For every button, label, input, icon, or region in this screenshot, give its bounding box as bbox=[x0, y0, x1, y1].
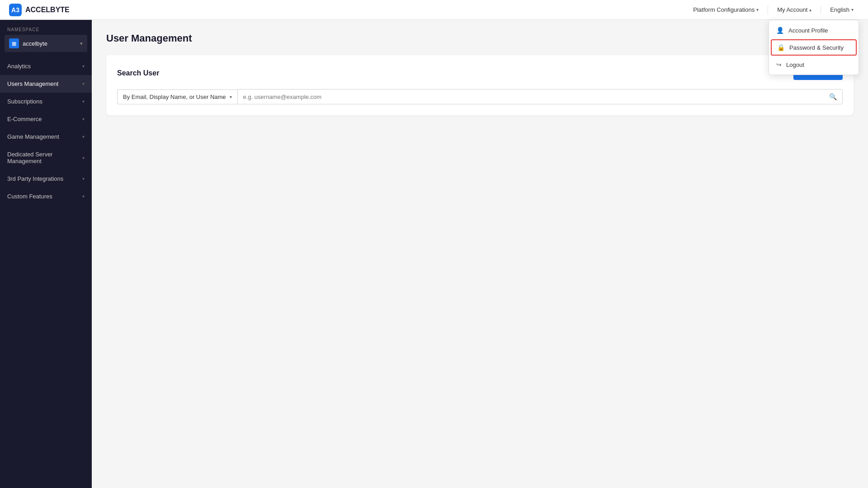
game-management-chevron-icon: ▾ bbox=[82, 134, 85, 139]
account-profile-item[interactable]: 👤 Account Profile bbox=[769, 22, 859, 38]
password-security-item[interactable]: 🔒 Password & Security bbox=[771, 39, 857, 56]
account-profile-icon: 👤 bbox=[776, 27, 784, 34]
sidebar-item-3rd-party[interactable]: 3rd Party Integrations ▾ bbox=[0, 170, 92, 188]
sidebar-item-subscriptions-label: Subscriptions bbox=[7, 98, 42, 105]
search-icon: 🔍 bbox=[829, 93, 837, 100]
my-account-button[interactable]: My Account ▴ bbox=[772, 4, 817, 16]
sidebar-item-users-management-label: Users Management bbox=[7, 80, 58, 87]
namespace-chevron-icon: ▾ bbox=[80, 41, 83, 47]
subscriptions-chevron-icon: ▾ bbox=[82, 99, 85, 104]
topnav-divider bbox=[768, 5, 768, 14]
search-card-title: Search User bbox=[117, 69, 159, 77]
my-account-chevron-icon: ▴ bbox=[809, 7, 811, 12]
search-filter-label: By Email, Display Name, or User Name bbox=[123, 94, 226, 100]
dedicated-server-chevron-icon: ▾ bbox=[82, 155, 85, 160]
sidebar-item-3rd-party-label: 3rd Party Integrations bbox=[7, 175, 63, 182]
sidebar-item-analytics-label: Analytics bbox=[7, 63, 31, 70]
search-input[interactable] bbox=[243, 94, 829, 100]
logo-abbr: A3 bbox=[11, 6, 19, 14]
sidebar-item-subscriptions[interactable]: Subscriptions ▾ bbox=[0, 93, 92, 110]
main-content: User Management Search User + Invite Use… bbox=[92, 20, 868, 488]
search-filter-dropdown[interactable]: By Email, Display Name, or User Name ▾ bbox=[117, 89, 237, 104]
logout-label: Logout bbox=[786, 61, 804, 68]
language-chevron-icon: ▾ bbox=[851, 7, 854, 12]
sidebar-item-game-management[interactable]: Game Management ▾ bbox=[0, 128, 92, 145]
search-card: Search User + Invite User By Email, Disp… bbox=[106, 55, 854, 115]
3rd-party-chevron-icon: ▾ bbox=[82, 176, 85, 181]
page-title: User Management bbox=[106, 33, 854, 44]
sidebar-item-users-management[interactable]: Users Management ▾ bbox=[0, 75, 92, 93]
users-management-chevron-icon: ▾ bbox=[82, 81, 85, 86]
logo-text: ACCELBYTE bbox=[25, 6, 70, 14]
language-button[interactable]: English ▾ bbox=[825, 4, 859, 16]
custom-features-chevron-icon: ▾ bbox=[82, 194, 85, 199]
my-account-label: My Account bbox=[777, 6, 807, 13]
namespace-name: accelbyte bbox=[23, 40, 76, 47]
search-card-header: Search User + Invite User bbox=[117, 66, 843, 80]
language-label: English bbox=[830, 6, 849, 13]
sidebar-item-game-management-label: Game Management bbox=[7, 133, 59, 140]
sidebar-item-ecommerce-label: E-Commerce bbox=[7, 116, 42, 122]
sidebar-item-dedicated-server[interactable]: Dedicated Server Management ▾ bbox=[0, 145, 92, 170]
sidebar: NAMESPACE ▦ accelbyte ▾ Analytics ▾ User… bbox=[0, 20, 92, 488]
topnav-right: Platform Configurations ▾ My Account ▴ E… bbox=[688, 4, 859, 16]
logo-icon: A3 bbox=[9, 4, 22, 16]
account-profile-label: Account Profile bbox=[788, 27, 828, 34]
search-filter-chevron-icon: ▾ bbox=[230, 94, 232, 99]
account-dropdown: 👤 Account Profile 🔒 Password & Security … bbox=[769, 20, 859, 75]
namespace-icon: ▦ bbox=[9, 38, 19, 48]
sidebar-item-dedicated-server-label: Dedicated Server Management bbox=[7, 151, 82, 164]
sidebar-item-custom-features[interactable]: Custom Features ▾ bbox=[0, 188, 92, 205]
password-security-icon: 🔒 bbox=[777, 44, 785, 51]
topnav-divider-2 bbox=[821, 5, 821, 14]
namespace-selector[interactable]: ▦ accelbyte ▾ bbox=[5, 35, 87, 52]
search-input-wrap: 🔍 bbox=[237, 89, 843, 104]
topnav: A3 ACCELBYTE Platform Configurations ▾ M… bbox=[0, 0, 868, 20]
platform-configs-chevron-icon: ▾ bbox=[756, 7, 759, 12]
search-row: By Email, Display Name, or User Name ▾ 🔍 bbox=[117, 89, 843, 104]
analytics-chevron-icon: ▾ bbox=[82, 64, 85, 69]
logout-item[interactable]: ↪ Logout bbox=[769, 56, 859, 73]
sidebar-item-ecommerce[interactable]: E-Commerce ▾ bbox=[0, 110, 92, 128]
sidebar-item-custom-features-label: Custom Features bbox=[7, 193, 52, 200]
password-security-label: Password & Security bbox=[789, 44, 844, 51]
platform-configs-label: Platform Configurations bbox=[693, 6, 755, 13]
namespace-label: NAMESPACE bbox=[0, 20, 92, 35]
logout-icon: ↪ bbox=[776, 61, 782, 68]
sidebar-item-analytics[interactable]: Analytics ▾ bbox=[0, 57, 92, 75]
ecommerce-chevron-icon: ▾ bbox=[82, 117, 85, 122]
platform-configs-button[interactable]: Platform Configurations ▾ bbox=[688, 4, 764, 16]
logo: A3 ACCELBYTE bbox=[9, 4, 70, 16]
